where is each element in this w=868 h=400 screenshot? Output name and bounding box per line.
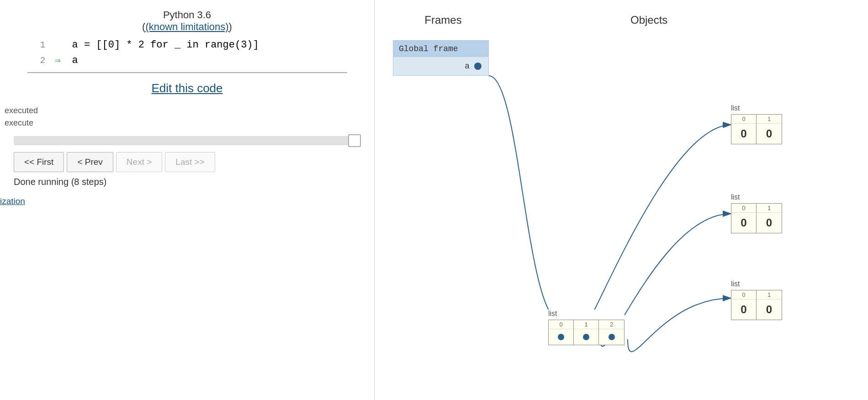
next-button[interactable]: Next > (116, 152, 162, 172)
main-list-dot-1 (583, 334, 589, 340)
sub-list-2-cell-1: 1 0 (757, 204, 782, 233)
sub-list-3-value-1: 0 (760, 300, 778, 320)
known-limitations-link[interactable]: (known limitations) (145, 21, 228, 32)
objects-label: Objects (630, 14, 667, 26)
prev-button[interactable]: < Prev (67, 152, 113, 172)
sub-list-3-cells: 0 0 1 0 (731, 290, 782, 320)
sub-list-1: list 0 0 1 0 (731, 104, 782, 144)
done-text: Done running (8 steps) (14, 177, 106, 187)
sub-list-2-value-1: 0 (760, 213, 778, 233)
edit-this-code-link[interactable]: Edit this code (151, 81, 222, 95)
frame-dot-a (474, 63, 482, 70)
sub-list-3-index-0: 0 (731, 290, 756, 300)
line-num-2: 2 (27, 55, 46, 66)
status-line2: execute (5, 117, 38, 129)
slider-thumb[interactable] (348, 134, 361, 147)
main-list-label: list (548, 310, 625, 318)
sub-list-3-label: list (731, 280, 782, 288)
python-version-text: Python 3.6 (163, 9, 211, 21)
main-list-dot-2 (609, 334, 615, 340)
main-list-index-1: 1 (574, 320, 598, 329)
line-num-1: 1 (27, 40, 46, 50)
sub-list-1-cell-1: 1 0 (757, 115, 782, 144)
left-panel: Python 3.6 ((known limitations)) 1 a = [… (0, 0, 375, 400)
code-area: 1 a = [[0] * 2 for _ in range(3)] 2 ⇒ a (27, 37, 347, 73)
code-line-1: 1 a = [[0] * 2 for _ in range(3)] (27, 37, 347, 53)
frame-var-a: a (465, 62, 470, 71)
status-text: executed execute (5, 105, 38, 129)
sub-list-1-value-1: 0 (760, 124, 778, 144)
slider-track[interactable] (14, 136, 361, 145)
main-list-index-0: 0 (549, 320, 573, 329)
global-frame: Global frame a (393, 40, 489, 76)
sub-list-3-cell-1: 1 0 (757, 290, 782, 320)
sub-list-1-index-1: 1 (757, 115, 782, 124)
main-list-cells: 0 1 2 (548, 320, 625, 345)
viz-area: Global frame a list 0 0 1 0 (393, 36, 850, 386)
arrow-indicator-2: ⇒ (55, 54, 69, 67)
sub-list-1-cells: 0 0 1 0 (731, 114, 782, 144)
main-list-index-2: 2 (599, 320, 624, 329)
python-version: Python 3.6 ((known limitations)) (142, 9, 232, 33)
sub-list-1-index-0: 0 (731, 115, 756, 124)
main-list-dot-0 (558, 334, 564, 340)
main-list-cell-0: 0 (549, 320, 574, 345)
sub-list-2-value-0: 0 (734, 213, 753, 233)
main-list-cell-1: 1 (574, 320, 599, 345)
sub-list-2-index-0: 0 (731, 204, 756, 213)
last-button[interactable]: Last >> (165, 152, 215, 172)
sub-list-1-cell-0: 0 0 (731, 115, 757, 144)
code-text-2: a (72, 55, 78, 66)
frame-title: Global frame (393, 41, 488, 57)
sub-list-2-label: list (731, 193, 782, 201)
sub-list-3-cell-0: 0 0 (731, 290, 757, 320)
right-panel: Frames Objects (375, 0, 868, 400)
ization-link[interactable]: ization (0, 196, 25, 206)
sub-list-2-index-1: 1 (757, 204, 782, 213)
viz-header: Frames Objects (393, 14, 850, 26)
main-list-cell-2: 2 (599, 320, 624, 345)
sub-list-3-index-1: 1 (757, 290, 782, 300)
sub-list-2-cells: 0 0 1 0 (731, 203, 782, 233)
status-line1: executed (5, 105, 38, 117)
main-list: list 0 1 2 (548, 310, 625, 345)
sub-list-3-value-0: 0 (734, 300, 753, 320)
main-container: Python 3.6 ((known limitations)) 1 a = [… (0, 0, 868, 400)
frames-label: Frames (393, 14, 493, 26)
sub-list-3: list 0 0 1 0 (731, 280, 782, 320)
code-text-1: a = [[0] * 2 for _ in range(3)] (72, 39, 259, 51)
slider-container[interactable] (14, 136, 361, 145)
code-line-2: 2 ⇒ a (27, 53, 347, 68)
first-button[interactable]: << First (14, 152, 64, 172)
sub-list-1-value-0: 0 (734, 124, 753, 144)
nav-buttons: << First < Prev Next > Last >> (14, 152, 215, 172)
sub-list-2: list 0 0 1 0 (731, 193, 782, 233)
sub-list-1-label: list (731, 104, 782, 112)
sub-list-2-cell-0: 0 0 (731, 204, 757, 233)
frame-row-a: a (393, 57, 488, 75)
